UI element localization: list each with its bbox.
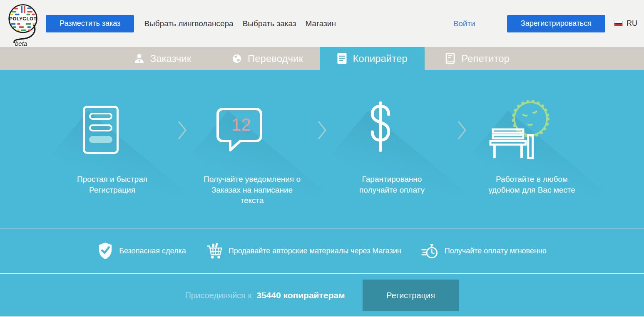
registration-form-icon <box>83 106 119 154</box>
polyglot-logo[interactable]: POLYGLOT beta <box>4 2 42 47</box>
nav-link-choose-linguofreelancer[interactable]: Выбрать лингволансера <box>139 19 238 28</box>
feature-label: Безопасная сделка <box>119 247 186 255</box>
step-notifications: 12 Получайте уведомления о Заказах на на… <box>191 97 313 206</box>
header: POLYGLOT beta Разместить заказ Выбрать л… <box>0 0 644 47</box>
document-icon <box>337 52 347 64</box>
dollar-icon <box>367 102 394 158</box>
step-payment: Гарантированно получайте оплату <box>331 97 453 195</box>
language-code: RU <box>627 19 637 28</box>
place-order-button[interactable]: Разместить заказ <box>46 15 134 32</box>
step-arrow <box>453 120 471 140</box>
polyglot-globe-icon: POLYGLOT <box>4 2 42 43</box>
tab-translator[interactable]: Переводчик <box>215 47 320 70</box>
tab-tutor[interactable]: Репетитор <box>425 47 530 70</box>
feature-shop-sales: Продавайте авторские материалы через Маг… <box>206 243 401 259</box>
join-prefix: Присоединяйся к <box>185 291 251 300</box>
chevron-right-icon <box>177 120 187 140</box>
register-button[interactable]: Зарегистрироваться <box>507 15 605 32</box>
header-right: Войти Зарегистрироваться RU <box>453 15 644 32</box>
beta-label: beta <box>15 40 42 47</box>
copywriters-count: 35440 копирайтерам <box>256 290 345 300</box>
step-arrow <box>173 120 191 140</box>
nav-link-shop[interactable]: Магазин <box>301 19 341 28</box>
feature-label: Получайте оплату мгновенно <box>445 247 547 255</box>
step-arrow <box>313 120 331 140</box>
tab-label: Переводчик <box>248 53 303 64</box>
tab-label: Заказчик <box>150 53 191 64</box>
features-bar: Безопасная сделка Продавайте авторские м… <box>0 228 644 273</box>
notification-bubble-icon: 12 <box>216 107 265 153</box>
feature-label: Продавайте авторские материалы через Маг… <box>229 247 401 255</box>
chevron-right-icon <box>457 120 467 140</box>
feature-instant-pay: Получайте оплату мгновенно <box>421 242 547 260</box>
tab-customer[interactable]: Заказчик <box>110 47 215 70</box>
bottom-edge-line <box>0 316 644 317</box>
russian-flag-icon <box>614 21 623 26</box>
hero-section: Простая и быстрая Регистрация 12 Получай… <box>0 70 644 228</box>
person-icon <box>134 53 145 64</box>
nav-link-choose-order[interactable]: Выбрать заказ <box>238 19 301 28</box>
chevron-right-icon <box>317 120 327 140</box>
main-nav: Выбрать лингволансера Выбрать заказ Мага… <box>139 19 341 28</box>
login-link[interactable]: Войти <box>453 19 475 28</box>
cart-icon <box>206 243 223 259</box>
logo-wordmark: POLYGLOT <box>9 16 37 21</box>
step-work-anywhere: Работайте в любом удобном для Вас месте <box>471 97 593 195</box>
shield-check-icon <box>97 242 113 260</box>
flat-shadow <box>333 111 464 228</box>
notification-badge: 12 <box>231 115 251 134</box>
role-tabbar: Заказчик Переводчик Копирайтер Репетитор <box>0 47 644 70</box>
join-banner: Присоединяйся к 35440 копирайтерам Регис… <box>0 273 644 317</box>
book-icon <box>445 52 456 64</box>
stopwatch-icon <box>421 242 439 260</box>
steps-row: Простая и быстрая Регистрация 12 Получай… <box>0 97 644 206</box>
registration-button[interactable]: Регистрация <box>363 280 459 311</box>
step-registration: Простая и быстрая Регистрация <box>52 97 173 195</box>
tab-copywriter[interactable]: Копирайтер <box>320 47 425 70</box>
feature-safe-deal: Безопасная сделка <box>97 242 186 260</box>
bench-tree-icon <box>485 99 555 161</box>
tab-label: Копирайтер <box>353 53 407 64</box>
language-selector[interactable]: RU <box>614 19 637 28</box>
globe-icon <box>231 53 242 64</box>
tab-label: Репетитор <box>461 53 510 64</box>
